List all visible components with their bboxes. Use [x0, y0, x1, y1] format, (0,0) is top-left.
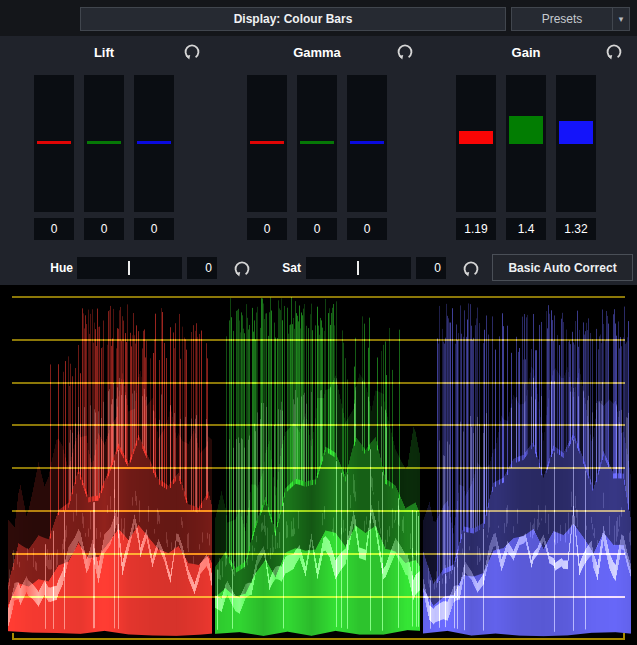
- top-bar: Display: Colour Bars Presets ▾: [0, 0, 637, 36]
- section-gain: Gain 1.19 1.4 1.32: [456, 36, 637, 246]
- lift-red-handle[interactable]: [37, 141, 71, 144]
- presets-button[interactable]: Presets: [512, 8, 612, 30]
- gain-red-handle[interactable]: [459, 131, 493, 144]
- section-gamma: Gamma 0 0 0: [247, 36, 447, 246]
- lift-reset-button[interactable]: [182, 42, 202, 62]
- rgb-parade-waveform-scope: [0, 285, 637, 645]
- section-gamma-title: Gamma: [247, 45, 387, 60]
- section-lift: Lift 0 0 0: [34, 36, 234, 246]
- lift-red-slider[interactable]: [34, 75, 74, 212]
- display-mode-button[interactable]: Display: Colour Bars: [80, 7, 506, 31]
- sat-value[interactable]: 0: [416, 257, 446, 279]
- gain-blue-value[interactable]: 1.32: [556, 218, 596, 240]
- gain-green-slider[interactable]: [506, 75, 546, 212]
- gamma-reset-button[interactable]: [395, 42, 415, 62]
- lift-green-value[interactable]: 0: [84, 218, 124, 240]
- reset-icon: [233, 260, 251, 278]
- gamma-red-slider[interactable]: [247, 75, 287, 212]
- gamma-blue-handle[interactable]: [350, 141, 384, 144]
- gain-green-value[interactable]: 1.4: [506, 218, 546, 240]
- gamma-blue-value[interactable]: 0: [347, 218, 387, 240]
- reset-icon: [396, 43, 414, 61]
- gamma-red-handle[interactable]: [250, 141, 284, 144]
- sat-reset-button[interactable]: [461, 259, 481, 279]
- reset-icon: [462, 260, 480, 278]
- hue-slider-thumb[interactable]: [128, 261, 130, 275]
- lift-green-handle[interactable]: [87, 141, 121, 144]
- hue-value[interactable]: 0: [187, 257, 217, 279]
- gamma-green-handle[interactable]: [300, 141, 334, 144]
- lift-red-value[interactable]: 0: [34, 218, 74, 240]
- hue-label: Hue: [40, 257, 73, 279]
- lift-green-slider[interactable]: [84, 75, 124, 212]
- colour-correct-panel: Display: Colour Bars Presets ▾ Lift 0 0 …: [0, 0, 637, 645]
- presets-split-button: Presets ▾: [511, 7, 630, 31]
- gamma-red-value[interactable]: 0: [247, 218, 287, 240]
- gamma-green-slider[interactable]: [297, 75, 337, 212]
- sat-label: Sat: [270, 257, 301, 279]
- gain-blue-slider[interactable]: [556, 75, 596, 212]
- lift-blue-slider[interactable]: [134, 75, 174, 212]
- controls-panel: Lift 0 0 0 Gamma 0 0 0 Gain 1.: [0, 36, 637, 285]
- gain-blue-handle[interactable]: [559, 121, 593, 144]
- gain-red-value[interactable]: 1.19: [456, 218, 496, 240]
- presets-dropdown-button[interactable]: ▾: [612, 8, 629, 30]
- lift-blue-handle[interactable]: [137, 141, 171, 144]
- hue-slider[interactable]: [77, 257, 182, 279]
- gamma-green-value[interactable]: 0: [297, 218, 337, 240]
- gamma-blue-slider[interactable]: [347, 75, 387, 212]
- lift-blue-value[interactable]: 0: [134, 218, 174, 240]
- sat-slider-thumb[interactable]: [357, 261, 359, 275]
- basic-auto-correct-button[interactable]: Basic Auto Correct: [492, 254, 633, 281]
- gain-red-slider[interactable]: [456, 75, 496, 212]
- section-lift-title: Lift: [34, 45, 174, 60]
- hue-reset-button[interactable]: [232, 259, 252, 279]
- gain-reset-button[interactable]: [604, 42, 624, 62]
- gain-green-handle[interactable]: [509, 116, 543, 144]
- reset-icon: [605, 43, 623, 61]
- caret-down-icon: ▾: [619, 14, 624, 24]
- section-gain-title: Gain: [456, 45, 596, 60]
- reset-icon: [183, 43, 201, 61]
- sat-slider[interactable]: [306, 257, 411, 279]
